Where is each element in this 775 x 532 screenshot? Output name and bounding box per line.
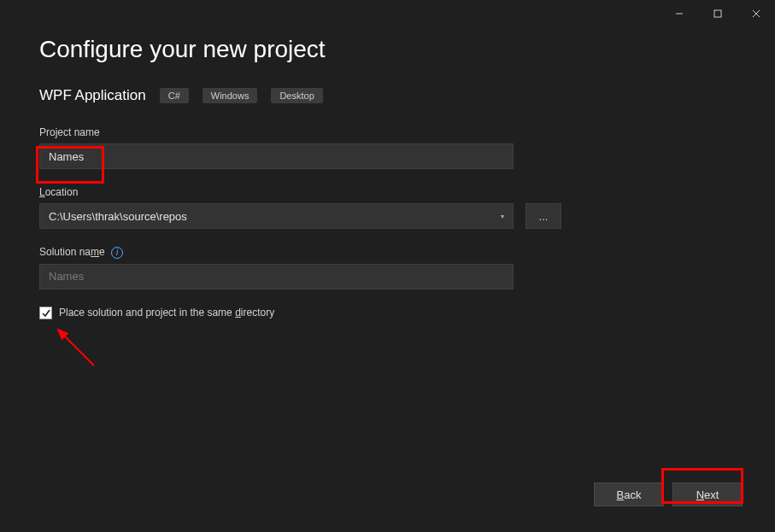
same-directory-checkbox[interactable]: [39, 307, 52, 319]
page-title: Configure your new project: [39, 36, 736, 63]
annotation-arrow-icon: [50, 324, 101, 371]
same-directory-label: Place solution and project in the same d…: [59, 307, 274, 319]
project-name-label: Project name: [39, 126, 736, 138]
project-name-group: Project name: [39, 126, 736, 169]
location-label: Location: [39, 186, 736, 198]
location-select[interactable]: C:\Users\thrak\source\repos ▾: [39, 203, 514, 229]
same-directory-row: Place solution and project in the same d…: [39, 307, 736, 319]
location-value: C:\Users\thrak\source\repos: [49, 210, 187, 223]
tag-desktop: Desktop: [271, 88, 322, 103]
svg-rect-1: [714, 10, 721, 17]
minimize-button[interactable]: [660, 1, 698, 26]
svg-line-4: [58, 330, 94, 365]
solution-name-input[interactable]: [39, 264, 514, 289]
chevron-down-icon: ▾: [501, 213, 504, 220]
template-name: WPF Application: [39, 87, 146, 104]
location-group: Location C:\Users\thrak\source\repos ▾ .…: [39, 186, 736, 229]
solution-name-group: Solution name i: [39, 246, 736, 289]
template-info: WPF Application C# Windows Desktop: [39, 87, 736, 104]
tag-windows: Windows: [203, 88, 258, 103]
close-button[interactable]: [737, 1, 775, 26]
back-button[interactable]: Back: [594, 482, 664, 506]
maximize-button[interactable]: [698, 1, 737, 26]
footer-buttons: Back Next: [594, 482, 743, 506]
browse-button[interactable]: ...: [525, 203, 561, 229]
info-icon[interactable]: i: [111, 247, 123, 259]
tag-csharp: C#: [160, 88, 189, 103]
project-name-input[interactable]: [39, 143, 514, 169]
solution-name-label: Solution name i: [39, 246, 736, 259]
titlebar: [0, 0, 775, 27]
next-button[interactable]: Next: [672, 482, 743, 506]
